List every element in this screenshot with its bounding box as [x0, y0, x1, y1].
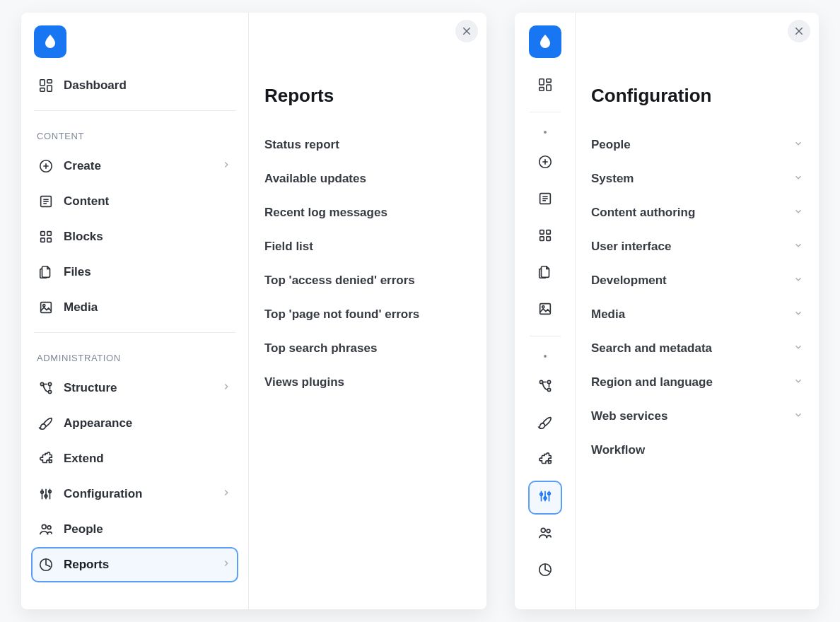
close-button[interactable] — [788, 20, 810, 42]
plus-circle-icon — [537, 154, 553, 172]
chevron-down-icon — [793, 410, 803, 423]
nav-item-label: Structure — [64, 381, 211, 395]
nav-item-label: Reports — [64, 558, 211, 572]
sidebar-item-people[interactable]: People — [31, 512, 238, 547]
chevron-right-icon — [221, 487, 231, 501]
rail-item-blocks[interactable] — [528, 220, 562, 254]
sidebar-item-content[interactable]: Content — [31, 184, 238, 219]
dashboard-icon — [537, 77, 553, 95]
config-row[interactable]: Search and metadata — [591, 331, 803, 365]
report-link[interactable]: Available updates — [264, 162, 471, 196]
rail-item-appearance[interactable] — [528, 407, 562, 441]
config-row[interactable]: Workflow — [591, 433, 803, 467]
sidebar-dashboard-label: Dashboard — [64, 78, 231, 93]
grid-icon — [38, 229, 54, 245]
sidebar-item-dashboard[interactable]: Dashboard — [31, 68, 238, 103]
chevron-right-icon — [221, 558, 231, 572]
sidebar-item-media[interactable]: Media — [31, 290, 238, 325]
sidebar-section-admin: StructureAppearanceExtendConfigurationPe… — [31, 370, 238, 582]
section-label-admin: ADMINISTRATION — [37, 353, 233, 363]
sidebar-item-structure[interactable]: Structure — [31, 370, 238, 406]
close-icon — [793, 25, 805, 37]
config-row[interactable]: Content authoring — [591, 196, 803, 230]
nav-item-label: Content — [64, 194, 231, 209]
sliders-icon — [38, 486, 54, 502]
config-row[interactable]: Development — [591, 264, 803, 298]
report-link[interactable]: Top 'access denied' errors — [264, 264, 471, 298]
svg-rect-3 — [40, 88, 45, 92]
layout-collapsed: Configuration PeopleSystemContent author… — [515, 13, 819, 609]
config-row[interactable]: Region and language — [591, 365, 803, 399]
config-row[interactable]: Media — [591, 298, 803, 331]
report-link[interactable]: Recent log messages — [264, 196, 471, 230]
layout-expanded: Dashboard CONTENT CreateContentBlocksFil… — [21, 13, 486, 609]
rail-item-configuration[interactable] — [528, 481, 562, 515]
text-icon — [537, 191, 553, 209]
sidebar-item-blocks[interactable]: Blocks — [31, 219, 238, 254]
sliders-icon — [537, 488, 553, 507]
sidebar-item-appearance[interactable]: Appearance — [31, 406, 238, 441]
sidebar-item-files[interactable]: Files — [31, 254, 238, 290]
rail-item-create[interactable] — [528, 146, 562, 180]
subpanel-configuration: Configuration PeopleSystemContent author… — [576, 13, 819, 609]
panel-title: Reports — [264, 85, 471, 107]
chevron-down-icon — [793, 308, 803, 321]
report-link[interactable]: Status report — [264, 128, 471, 162]
config-row[interactable]: System — [591, 162, 803, 196]
rail-item-media[interactable] — [528, 293, 562, 327]
rail-item-reports[interactable] — [528, 554, 562, 588]
nav-item-label: Files — [64, 265, 231, 279]
config-row-label: Region and language — [591, 375, 713, 389]
config-rows-list: PeopleSystemContent authoringUser interf… — [591, 128, 803, 467]
chevron-down-icon — [793, 206, 803, 219]
config-row-label: Web services — [591, 409, 667, 423]
chevron-down-icon — [793, 139, 803, 151]
sidebar-rail — [515, 13, 576, 609]
config-row[interactable]: User interface — [591, 230, 803, 264]
nav-item-label: Blocks — [64, 230, 231, 244]
sidebar-section-content: CreateContentBlocksFilesMedia — [31, 148, 238, 325]
rail-item-extend[interactable] — [528, 444, 562, 478]
svg-rect-0 — [40, 80, 45, 86]
app-logo[interactable] — [34, 25, 66, 58]
chevron-down-icon — [793, 342, 803, 355]
report-link[interactable]: Top 'page not found' errors — [264, 298, 471, 331]
sidebar-item-configuration[interactable]: Configuration — [31, 476, 238, 512]
sidebar-item-create[interactable]: Create — [31, 148, 238, 184]
chevron-right-icon — [221, 159, 231, 173]
sidebar-item-reports[interactable]: Reports — [31, 547, 238, 582]
divider — [530, 336, 561, 336]
rail-item-dashboard[interactable] — [528, 69, 562, 103]
close-button[interactable] — [455, 20, 478, 42]
svg-rect-2 — [47, 86, 52, 91]
brush-icon — [38, 416, 54, 431]
sidebar-expanded: Dashboard CONTENT CreateContentBlocksFil… — [21, 13, 249, 609]
report-link[interactable]: Top search phrases — [264, 331, 471, 365]
config-row-label: Search and metadata — [591, 341, 712, 356]
report-link[interactable]: Field list — [264, 230, 471, 264]
config-row-label: Workflow — [591, 443, 645, 457]
files-icon — [537, 264, 553, 283]
app-logo[interactable] — [529, 25, 561, 58]
puzzle-icon — [537, 452, 553, 470]
panel-title: Configuration — [591, 85, 803, 107]
report-link[interactable]: Views plugins — [264, 365, 471, 399]
sidebar-item-extend[interactable]: Extend — [31, 441, 238, 476]
config-row[interactable]: Web services — [591, 399, 803, 433]
image-icon — [537, 301, 553, 319]
rail-item-people[interactable] — [528, 517, 562, 551]
drupal-drop-icon — [537, 33, 554, 50]
chevron-down-icon — [793, 274, 803, 287]
drupal-drop-icon — [42, 33, 59, 50]
chevron-right-icon — [221, 381, 231, 395]
files-icon — [38, 264, 54, 280]
rail-item-files[interactable] — [528, 257, 562, 291]
rail-item-content[interactable] — [528, 183, 562, 217]
rail-item-structure[interactable] — [528, 370, 562, 404]
chevron-down-icon — [793, 172, 803, 185]
config-row[interactable]: People — [591, 128, 803, 162]
divider — [34, 332, 235, 333]
structure-icon — [38, 380, 54, 396]
config-row-label: People — [591, 138, 631, 152]
structure-icon — [537, 378, 553, 397]
